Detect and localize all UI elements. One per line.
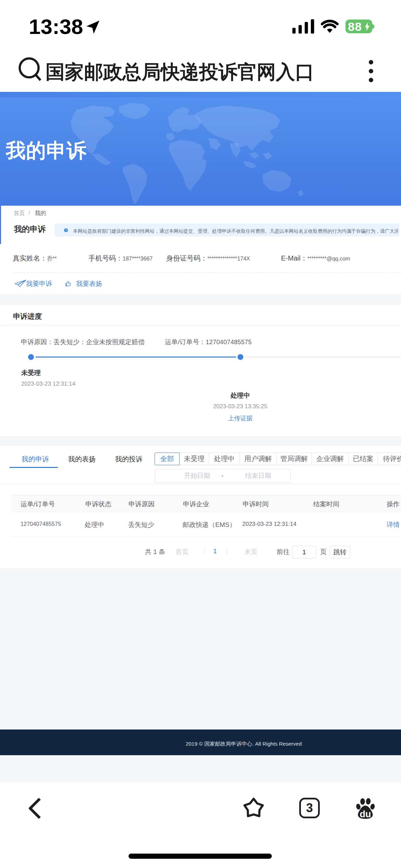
- svg-text:du: du: [360, 809, 371, 819]
